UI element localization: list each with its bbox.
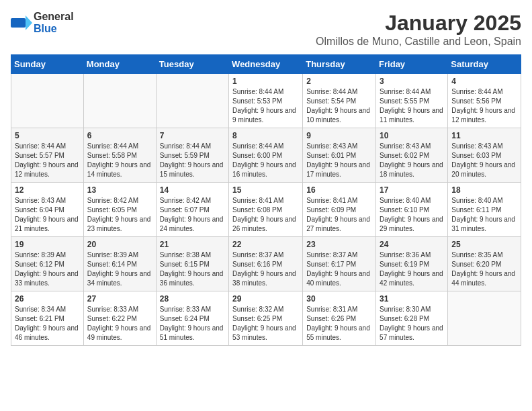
day-number: 13 (87, 185, 152, 195)
day-info-line: Daylight: 9 hours and 53 minutes. (232, 324, 299, 342)
calendar-cell: 9Sunrise: 8:43 AMSunset: 6:01 PMDaylight… (303, 128, 376, 183)
day-number: 21 (160, 240, 225, 249)
day-info-line: Sunset: 6:05 PM (87, 205, 152, 215)
day-number: 18 (451, 185, 517, 195)
logo-general: General (34, 11, 74, 23)
calendar-cell (156, 74, 228, 128)
day-info-line: Sunrise: 8:44 AM (232, 142, 299, 151)
calendar-cell (448, 291, 521, 346)
day-number: 12 (15, 185, 80, 195)
day-number: 7 (160, 131, 225, 140)
calendar-cell (11, 74, 84, 128)
day-info-line: Sunset: 6:22 PM (87, 314, 152, 324)
calendar-cell: 27Sunrise: 8:33 AMSunset: 6:22 PMDayligh… (83, 291, 156, 346)
calendar-cell: 3Sunrise: 8:44 AMSunset: 5:55 PMDaylight… (376, 74, 448, 128)
day-info-line: Daylight: 9 hours and 10 minutes. (306, 106, 372, 125)
day-info-line: Sunset: 6:25 PM (232, 314, 299, 324)
day-info-line: Daylight: 9 hours and 27 minutes. (306, 215, 372, 234)
day-info-line: Sunset: 6:19 PM (380, 260, 444, 269)
day-info-line: Sunrise: 8:36 AM (380, 250, 444, 260)
day-number: 24 (380, 240, 444, 249)
day-info-line: Sunrise: 8:44 AM (451, 87, 517, 97)
day-info-line: Sunset: 5:54 PM (306, 97, 372, 106)
day-info-line: Sunrise: 8:32 AM (232, 305, 299, 314)
day-info-line: Daylight: 9 hours and 17 minutes. (306, 161, 372, 179)
day-info-line: Sunset: 6:16 PM (232, 260, 299, 269)
weekday-header: Sunday (11, 55, 84, 74)
calendar-cell: 13Sunrise: 8:42 AMSunset: 6:05 PMDayligh… (83, 183, 156, 237)
weekday-header: Monday (83, 55, 156, 74)
calendar-cell: 2Sunrise: 8:44 AMSunset: 5:54 PMDaylight… (303, 74, 376, 128)
day-info-line: Daylight: 9 hours and 14 minutes. (87, 161, 152, 179)
day-number: 16 (306, 185, 372, 195)
day-info-line: Daylight: 9 hours and 44 minutes. (451, 269, 517, 288)
day-info-line: Sunrise: 8:44 AM (87, 142, 152, 151)
day-info-line: Sunset: 5:59 PM (160, 151, 225, 161)
calendar-cell: 8Sunrise: 8:44 AMSunset: 6:00 PMDaylight… (229, 128, 303, 183)
day-info-line: Sunrise: 8:44 AM (15, 142, 80, 151)
day-info-line: Sunset: 5:55 PM (380, 97, 444, 106)
day-info-line: Sunset: 6:15 PM (160, 260, 225, 269)
month-title: January 2025 (316, 11, 521, 36)
day-number: 14 (160, 185, 225, 195)
day-info-line: Daylight: 9 hours and 38 minutes. (232, 269, 299, 288)
day-number: 6 (87, 131, 152, 140)
day-info-line: Sunrise: 8:42 AM (87, 196, 152, 205)
calendar-cell: 12Sunrise: 8:43 AMSunset: 6:04 PMDayligh… (11, 183, 84, 237)
day-number: 19 (15, 240, 80, 249)
calendar-table: SundayMondayTuesdayWednesdayThursdayFrid… (11, 54, 521, 346)
day-info-line: Daylight: 9 hours and 15 minutes. (160, 161, 225, 179)
day-number: 29 (232, 294, 299, 304)
day-number: 3 (380, 77, 444, 86)
day-info-line: Sunrise: 8:41 AM (232, 196, 299, 205)
calendar-cell: 29Sunrise: 8:32 AMSunset: 6:25 PMDayligh… (229, 291, 303, 346)
day-info-line: Sunrise: 8:43 AM (451, 142, 517, 151)
day-info-line: Sunset: 6:01 PM (306, 151, 372, 161)
day-info-line: Daylight: 9 hours and 33 minutes. (15, 269, 80, 288)
logo: General Blue (11, 11, 74, 34)
day-number: 8 (232, 131, 299, 140)
day-number: 31 (380, 294, 444, 304)
calendar-cell: 6Sunrise: 8:44 AMSunset: 5:58 PMDaylight… (83, 128, 156, 183)
day-info-line: Sunrise: 8:38 AM (160, 250, 225, 260)
day-info-line: Sunrise: 8:42 AM (160, 196, 225, 205)
day-info-line: Sunrise: 8:39 AM (87, 250, 152, 260)
day-info-line: Sunrise: 8:33 AM (87, 305, 152, 314)
day-info-line: Sunrise: 8:44 AM (306, 87, 372, 97)
day-info-line: Daylight: 9 hours and 11 minutes. (380, 106, 444, 125)
calendar-week-row: 26Sunrise: 8:34 AMSunset: 6:21 PMDayligh… (11, 291, 521, 346)
day-info-line: Daylight: 9 hours and 21 minutes. (15, 215, 80, 234)
day-number: 17 (380, 185, 444, 195)
day-info-line: Sunset: 6:03 PM (451, 151, 517, 161)
day-number: 15 (232, 185, 299, 195)
day-info-line: Sunrise: 8:35 AM (451, 250, 517, 260)
calendar-cell: 4Sunrise: 8:44 AMSunset: 5:56 PMDaylight… (448, 74, 521, 128)
day-info-line: Daylight: 9 hours and 24 minutes. (160, 215, 225, 234)
calendar-header-row: SundayMondayTuesdayWednesdayThursdayFrid… (11, 55, 521, 74)
day-info-line: Daylight: 9 hours and 34 minutes. (87, 269, 152, 288)
day-info-line: Daylight: 9 hours and 46 minutes. (15, 324, 80, 342)
day-info-line: Sunrise: 8:31 AM (306, 305, 372, 314)
calendar-cell: 23Sunrise: 8:37 AMSunset: 6:17 PMDayligh… (303, 237, 376, 291)
calendar-cell (83, 74, 156, 128)
logo-icon (11, 15, 32, 30)
calendar-cell: 14Sunrise: 8:42 AMSunset: 6:07 PMDayligh… (156, 183, 228, 237)
day-info-line: Daylight: 9 hours and 18 minutes. (380, 161, 444, 179)
day-number: 30 (306, 294, 372, 304)
day-info-line: Daylight: 9 hours and 42 minutes. (380, 269, 444, 288)
day-info-line: Daylight: 9 hours and 55 minutes. (306, 324, 372, 342)
calendar-cell: 22Sunrise: 8:37 AMSunset: 6:16 PMDayligh… (229, 237, 303, 291)
day-info-line: Sunrise: 8:39 AM (15, 250, 80, 260)
day-number: 20 (87, 240, 152, 249)
day-info-line: Sunset: 6:00 PM (232, 151, 299, 161)
day-info-line: Daylight: 9 hours and 36 minutes. (160, 269, 225, 288)
day-info-line: Sunrise: 8:44 AM (380, 87, 444, 97)
calendar-week-row: 12Sunrise: 8:43 AMSunset: 6:04 PMDayligh… (11, 183, 521, 237)
day-info-line: Sunset: 6:04 PM (15, 205, 80, 215)
day-info-line: Sunset: 6:14 PM (87, 260, 152, 269)
day-number: 1 (232, 77, 299, 86)
day-info-line: Sunset: 6:17 PM (306, 260, 372, 269)
day-info-line: Sunrise: 8:43 AM (306, 142, 372, 151)
day-number: 5 (15, 131, 80, 140)
calendar-week-row: 19Sunrise: 8:39 AMSunset: 6:12 PMDayligh… (11, 237, 521, 291)
